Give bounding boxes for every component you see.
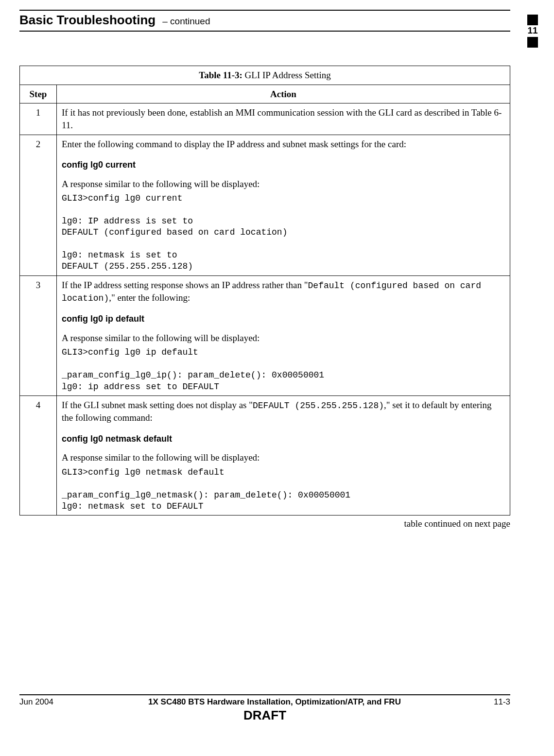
- table-header-row: Step Action: [20, 85, 510, 103]
- inline-mono: DEFAULT (255.255.255.128): [253, 401, 384, 411]
- command-bold: config lg0 netmask default: [62, 433, 505, 445]
- tab-square-icon: [527, 37, 538, 48]
- table-title-row: Table 11-3: GLI IP Address Setting: [20, 66, 510, 85]
- footer-doc-title: 1X SC480 BTS Hardware Installation, Opti…: [78, 697, 471, 707]
- section-title: Basic Troubleshooting: [19, 13, 156, 28]
- table-row: 3 If the IP address setting response sho…: [20, 275, 510, 395]
- chapter-number: 11: [526, 25, 539, 36]
- col-action-header: Action: [57, 85, 510, 103]
- step-action: Enter the following command to display t…: [57, 135, 510, 275]
- footer-page-number: 11-3: [471, 697, 510, 707]
- terminal-output: GLI3>config lg0 current lg0: IP address …: [62, 193, 505, 273]
- command-bold: config lg0 ip default: [62, 313, 505, 325]
- procedure-table: Table 11-3: GLI IP Address Setting Step …: [19, 66, 510, 515]
- step-action: If the GLI subnet mask setting does not …: [57, 395, 510, 515]
- table-row: 4 If the GLI subnet mask setting does no…: [20, 395, 510, 515]
- action-text: Enter the following command to display t…: [62, 139, 406, 149]
- page-footer: Jun 2004 1X SC480 BTS Hardware Installat…: [19, 695, 510, 707]
- table-title-rest: GLI IP Address Setting: [242, 70, 331, 80]
- col-step-header: Step: [20, 85, 57, 103]
- terminal-output: GLI3>config lg0 netmask default _param_c…: [62, 467, 505, 513]
- command-bold: config lg0 current: [62, 159, 505, 171]
- step-number: 1: [20, 103, 57, 135]
- tab-square-icon: [527, 15, 538, 25]
- chapter-tab: 11: [526, 14, 539, 48]
- step-action: If the IP address setting response shows…: [57, 275, 510, 395]
- footer-date: Jun 2004: [19, 697, 78, 707]
- step-action: If it has not previously been done, esta…: [57, 103, 510, 135]
- table-title: Table 11-3: GLI IP Address Setting: [20, 66, 510, 85]
- step-number: 3: [20, 275, 57, 395]
- table-row: 2 Enter the following command to display…: [20, 135, 510, 275]
- action-text: A response similar to the following will…: [62, 452, 260, 463]
- action-text: If it has not previously been done, esta…: [62, 107, 502, 130]
- action-text-a: If the IP address setting response shows…: [62, 280, 308, 290]
- footer-draft-label: DRAFT: [19, 708, 510, 723]
- table-continued-note: table continued on next page: [19, 518, 510, 529]
- terminal-output: GLI3>config lg0 ip default _param_config…: [62, 347, 505, 393]
- page-header: Basic Troubleshooting – continued: [19, 11, 510, 32]
- action-text: A response similar to the following will…: [62, 179, 260, 189]
- step-number: 2: [20, 135, 57, 275]
- action-text-b: ," enter the following:: [109, 292, 190, 303]
- section-continued: – continued: [162, 16, 210, 27]
- table-title-bold: Table 11-3:: [199, 70, 242, 80]
- action-text: A response similar to the following will…: [62, 333, 260, 343]
- step-number: 4: [20, 395, 57, 515]
- table-row: 1 If it has not previously been done, es…: [20, 103, 510, 135]
- action-text-a: If the GLI subnet mask setting does not …: [62, 400, 253, 410]
